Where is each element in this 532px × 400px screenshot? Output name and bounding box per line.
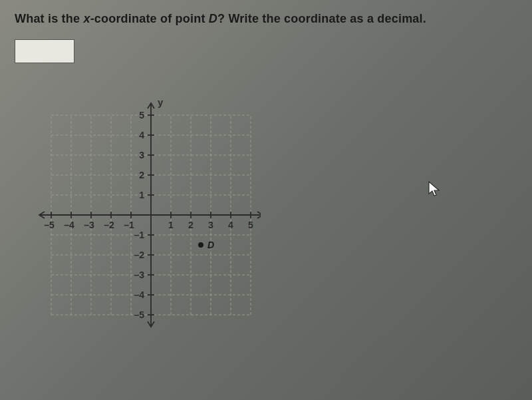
question-suffix: ? Write the coordinate as a decimal. [217, 12, 426, 25]
question-text: What is the x-coordinate of point D? Wri… [15, 12, 517, 26]
y-tick-label: 5 [139, 110, 144, 120]
y-tick-label: –1 [134, 230, 144, 240]
y-tick-label: 1 [139, 190, 144, 200]
y-tick-label: –3 [134, 270, 144, 280]
y-tick-label: 4 [139, 130, 144, 140]
x-tick-label: –3 [84, 220, 94, 230]
question-var-D: D [209, 12, 217, 25]
x-tick-label: 2 [188, 220, 194, 230]
x-tick-label: –1 [124, 220, 134, 230]
point-D [198, 242, 203, 248]
x-tick-label: –5 [44, 220, 55, 230]
point-label-D: D [207, 240, 214, 250]
y-axis-label: y [158, 97, 164, 108]
y-tick-label: –2 [134, 250, 144, 260]
y-tick-label: 3 [139, 150, 144, 160]
chart-svg: –5–4–3–2–112345–5–4–3–2–112345xyD [21, 82, 261, 348]
x-tick-label: –2 [104, 220, 114, 230]
y-tick-label: 2 [139, 170, 144, 180]
question-prefix: What is the [15, 12, 83, 25]
x-tick-label: 5 [248, 220, 253, 230]
x-tick-label: 4 [228, 220, 233, 230]
answer-input[interactable] [15, 39, 74, 63]
question-var-x: x [83, 12, 90, 25]
x-tick-label: 1 [168, 220, 174, 230]
question-mid: -coordinate of point [90, 12, 209, 25]
coordinate-chart: –5–4–3–2–112345–5–4–3–2–112345xyD [21, 82, 261, 348]
x-tick-label: 3 [208, 220, 213, 230]
mouse-cursor-icon [428, 181, 442, 198]
y-tick-label: –4 [134, 290, 144, 300]
y-tick-label: –5 [134, 309, 144, 320]
x-tick-label: –4 [64, 220, 74, 230]
